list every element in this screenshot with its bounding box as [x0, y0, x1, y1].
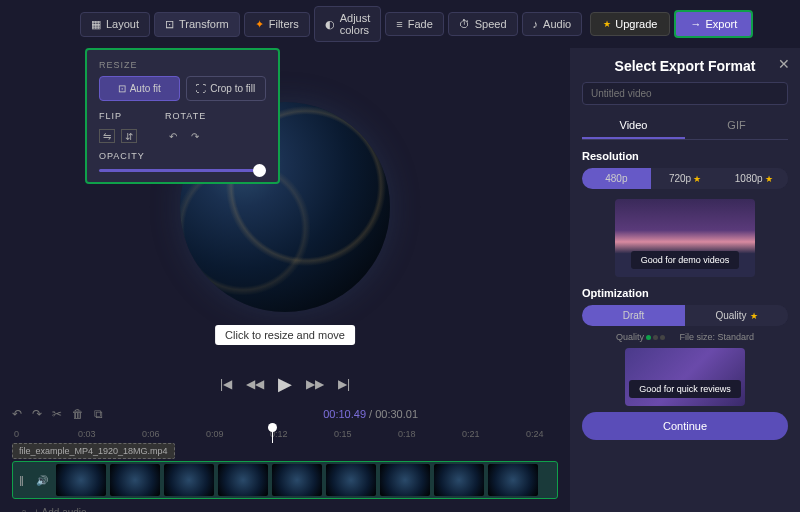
upgrade-button[interactable]: ★Upgrade	[590, 12, 670, 36]
video-track[interactable]: ‖ 🔊	[12, 461, 558, 499]
transform-button[interactable]: ⊡Transform	[154, 12, 240, 37]
video-preview[interactable]: Click to resize and move RESIZE ⊡Auto fi…	[0, 48, 570, 365]
export-title: Select Export Format	[582, 58, 788, 74]
speed-icon: ⏱	[459, 18, 470, 30]
trash-icon[interactable]: 🗑	[72, 407, 84, 421]
res-480p-button[interactable]: 480p	[582, 168, 651, 189]
preview-caption: Good for quick reviews	[629, 380, 741, 398]
video-title-input[interactable]	[582, 82, 788, 105]
adjust-icon: ◐	[325, 18, 335, 31]
autofit-button[interactable]: ⊡Auto fit	[99, 76, 180, 101]
tab-video[interactable]: Video	[582, 113, 685, 139]
timeline-ruler[interactable]: 0 0:03 0:06 0:09 0:12 0:15 0:18 0:21 0:2…	[0, 425, 570, 443]
fade-icon: ≡	[396, 18, 402, 30]
crop-icon: ⛶	[196, 83, 206, 94]
rotate-right-icon[interactable]: ↷	[187, 129, 203, 143]
slider-thumb[interactable]	[253, 164, 266, 177]
copy-icon[interactable]: ⧉	[94, 407, 103, 421]
resolution-label: Resolution	[582, 150, 788, 162]
resize-label: RESIZE	[99, 60, 266, 70]
optimization-label: Optimization	[582, 287, 788, 299]
forward-icon[interactable]: ▶▶	[306, 377, 324, 391]
tab-gif[interactable]: GIF	[685, 113, 788, 139]
rewind-icon[interactable]: ◀◀	[246, 377, 264, 391]
add-audio-button[interactable]: ♫+ Add audio	[12, 503, 558, 512]
clip-filename: file_example_MP4_1920_18MG.mp4	[12, 443, 175, 459]
time-display: 00:10.49 / 00:30.01	[323, 408, 418, 420]
opacity-slider[interactable]	[99, 169, 266, 172]
layout-button[interactable]: ▦Layout	[80, 12, 150, 37]
flip-horizontal-icon[interactable]: ⇋	[99, 129, 115, 143]
redo-icon[interactable]: ↷	[32, 407, 42, 421]
playhead[interactable]	[272, 425, 273, 443]
clip-thumb	[434, 464, 484, 496]
transform-panel: RESIZE ⊡Auto fit ⛶Crop to fill FLIP ⇋ ⇵ …	[85, 48, 280, 184]
audio-button[interactable]: ♪Audio	[522, 12, 583, 36]
export-panel: ✕ Select Export Format Video GIF Resolut…	[570, 48, 800, 512]
star-icon: ★	[603, 19, 611, 29]
resolution-preview: Good for demo videos	[615, 199, 755, 277]
skip-start-icon[interactable]: |◀	[220, 377, 232, 391]
optimization-preview: Good for quick reviews	[625, 348, 745, 406]
preview-caption: Good for demo videos	[631, 251, 740, 269]
flip-label: FLIP	[99, 111, 137, 121]
clip-thumb	[488, 464, 538, 496]
music-icon: ♫	[20, 507, 28, 512]
layout-icon: ▦	[91, 18, 101, 31]
close-icon[interactable]: ✕	[778, 56, 790, 72]
adjust-button[interactable]: ◐Adjust colors	[314, 6, 382, 42]
cut-icon[interactable]: ✂	[52, 407, 62, 421]
track-handle-icon[interactable]: ‖	[15, 475, 28, 486]
audio-icon: ♪	[533, 18, 539, 30]
filters-icon: ✦	[255, 18, 264, 31]
filters-button[interactable]: ✦Filters	[244, 12, 310, 37]
autofit-icon: ⊡	[118, 83, 126, 94]
rotate-left-icon[interactable]: ↶	[165, 129, 181, 143]
clip-thumb	[56, 464, 106, 496]
star-icon: ★	[693, 174, 701, 184]
fade-button[interactable]: ≡Fade	[385, 12, 444, 36]
star-icon: ★	[765, 174, 773, 184]
undo-icon[interactable]: ↶	[12, 407, 22, 421]
rotate-label: ROTATE	[165, 111, 206, 121]
transform-icon: ⊡	[165, 18, 174, 31]
preview-overlay-text: Click to resize and move	[215, 325, 355, 345]
flip-vertical-icon[interactable]: ⇵	[121, 129, 137, 143]
skip-end-icon[interactable]: ▶|	[338, 377, 350, 391]
continue-button[interactable]: Continue	[582, 412, 788, 440]
clip-thumb	[218, 464, 268, 496]
res-1080p-button[interactable]: 1080p★	[719, 168, 788, 189]
export-button[interactable]: →Export	[674, 10, 753, 38]
star-icon: ★	[750, 311, 758, 321]
speed-button[interactable]: ⏱Speed	[448, 12, 518, 36]
arrow-icon: →	[690, 18, 701, 30]
draft-button[interactable]: Draft	[582, 305, 685, 326]
clip-thumb	[272, 464, 322, 496]
quality-button[interactable]: Quality★	[685, 305, 788, 326]
track-mute-icon[interactable]: 🔊	[32, 475, 52, 486]
clip-thumb	[380, 464, 430, 496]
play-icon[interactable]: ▶	[278, 373, 292, 395]
clip-thumb	[164, 464, 214, 496]
crop-button[interactable]: ⛶Crop to fill	[186, 76, 267, 101]
clip-thumb	[110, 464, 160, 496]
res-720p-button[interactable]: 720p★	[651, 168, 720, 189]
opacity-label: OPACITY	[99, 151, 266, 161]
clip-thumb	[326, 464, 376, 496]
